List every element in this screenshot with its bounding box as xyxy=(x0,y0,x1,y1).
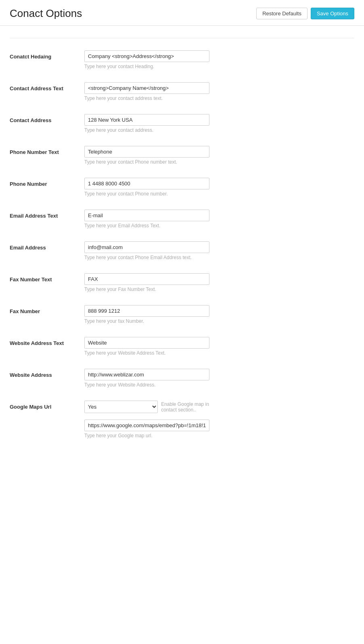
hint-fax-number-text: Type here your Fax Number Text. xyxy=(84,287,209,292)
field-phone-number-text: Type here your contact Phone number text… xyxy=(84,146,209,165)
input-phone-number[interactable] xyxy=(84,178,209,189)
hint-website-address: Type here your Website Address. xyxy=(84,382,209,388)
field-website-address-text: Type here your Website Address Text. xyxy=(84,337,209,356)
label-email-address-text: Email Address Text xyxy=(10,210,84,219)
field-email-address-text: Type here your Email Address Text. xyxy=(84,210,209,229)
label-fax-number-text: Fax Number Text xyxy=(10,273,84,283)
label-contact-heading: Conatct Hedaing xyxy=(10,50,84,60)
save-options-button[interactable]: Save Options xyxy=(311,8,354,19)
label-contact-address: Contact Address xyxy=(10,114,84,123)
input-website-address[interactable] xyxy=(84,369,209,380)
form-row-contact-address: Contact AddressType here your contact ad… xyxy=(10,114,354,133)
input-website-address-text[interactable] xyxy=(84,337,209,349)
input-email-address[interactable] xyxy=(84,241,209,253)
label-phone-number-text: Phone Number Text xyxy=(10,146,84,155)
hint-phone-number: Type here your contact Phone number. xyxy=(84,191,209,197)
google-maps-field: YesNo Enable Google map in contact secti… xyxy=(84,401,209,413)
field-website-address: Type here your Website Address. xyxy=(84,369,209,388)
form-row-fax-number-text: Fax Number TextType here your Fax Number… xyxy=(10,273,354,292)
google-map-url-input[interactable] xyxy=(84,420,209,431)
input-fax-number-text[interactable] xyxy=(84,273,209,285)
label-contact-address-text: Contact Address Text xyxy=(10,82,84,91)
input-contact-address[interactable] xyxy=(84,114,209,126)
form-row-email-address-text: Email Address TextType here your Email A… xyxy=(10,210,354,229)
form-row-website-address-text: Website Address TextType here your Websi… xyxy=(10,337,354,356)
page-wrapper: Conact Options Restore Defaults Save Opt… xyxy=(0,0,364,644)
hint-contact-heading: Type here your contact Heading. xyxy=(84,64,209,69)
hint-website-address-text: Type here your Website Address Text. xyxy=(84,350,209,356)
page-title: Conact Options xyxy=(10,7,82,20)
hint-contact-address-text: Type here your contact address text. xyxy=(84,96,209,101)
hint-contact-address: Type here your contact address. xyxy=(84,127,209,133)
field-email-address: Type here your contact Phone Email Addre… xyxy=(84,241,209,260)
header-buttons: Restore Defaults Save Options xyxy=(256,8,354,19)
google-map-url-field: Type here your Google map url. xyxy=(84,420,209,438)
google-maps-enable-text: Enable Google map in contact section.. xyxy=(161,401,209,413)
input-phone-number-text[interactable] xyxy=(84,146,209,158)
page-header: Conact Options Restore Defaults Save Opt… xyxy=(0,0,364,26)
field-contact-heading: Type here your contact Heading. xyxy=(84,50,209,69)
form-row-email-address: Email AddressType here your contact Phon… xyxy=(10,241,354,260)
hint-email-address-text: Type here your Email Address Text. xyxy=(84,223,209,229)
label-website-address: Website Address xyxy=(10,369,84,378)
label-website-address-text: Website Address Text xyxy=(10,337,84,346)
google-maps-select[interactable]: YesNo xyxy=(84,401,158,413)
google-maps-label: Google Maps Url xyxy=(10,401,84,410)
field-phone-number: Type here your contact Phone number. xyxy=(84,178,209,197)
hint-phone-number-text: Type here your contact Phone number text… xyxy=(84,159,209,165)
google-map-url-hint: Type here your Google map url. xyxy=(84,433,209,438)
field-contact-address: Type here your contact address. xyxy=(84,114,209,133)
field-fax-number: Type here your fax Number. xyxy=(84,305,209,324)
form-row-phone-number: Phone NumberType here your contact Phone… xyxy=(10,178,354,197)
input-contact-heading[interactable] xyxy=(84,50,209,62)
form-row-contact-heading: Conatct HedaingType here your contact He… xyxy=(10,50,354,69)
input-email-address-text[interactable] xyxy=(84,210,209,221)
google-maps-inline: YesNo Enable Google map in contact secti… xyxy=(84,401,209,413)
google-maps-url-row: Google Maps Url YesNo Enable Google map … xyxy=(10,401,354,413)
input-fax-number[interactable] xyxy=(84,305,209,317)
form-row-fax-number: Fax NumberType here your fax Number. xyxy=(10,305,354,324)
label-fax-number: Fax Number xyxy=(10,305,84,314)
hint-fax-number: Type here your fax Number. xyxy=(84,318,209,324)
form-row-phone-number-text: Phone Number TextType here your contact … xyxy=(10,146,354,165)
label-email-address: Email Address xyxy=(10,241,84,251)
form-row-website-address: Website AddressType here your Website Ad… xyxy=(10,369,354,388)
field-fax-number-text: Type here your Fax Number Text. xyxy=(84,273,209,292)
input-contact-address-text[interactable] xyxy=(84,82,209,94)
hint-email-address: Type here your contact Phone Email Addre… xyxy=(84,255,209,260)
google-map-url-input-row: Type here your Google map url. xyxy=(10,420,354,438)
restore-defaults-button[interactable]: Restore Defaults xyxy=(256,8,308,19)
header-divider xyxy=(10,38,354,38)
form-rows-container: Conatct HedaingType here your contact He… xyxy=(10,50,354,388)
label-phone-number: Phone Number xyxy=(10,178,84,187)
content-area: Conatct HedaingType here your contact He… xyxy=(0,26,364,458)
form-row-contact-address-text: Contact Address TextType here your conta… xyxy=(10,82,354,101)
google-map-url-empty-label xyxy=(10,420,84,423)
field-contact-address-text: Type here your contact address text. xyxy=(84,82,209,101)
